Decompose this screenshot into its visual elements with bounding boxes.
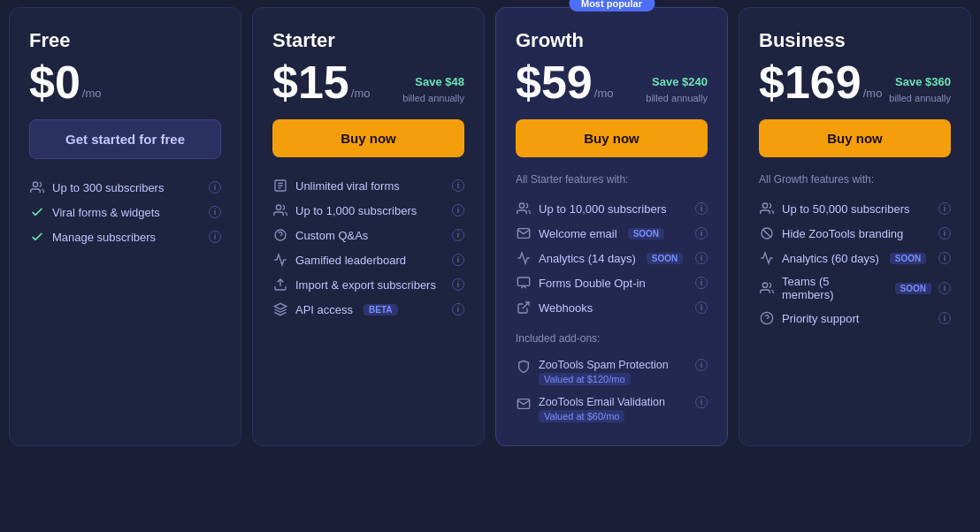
price-row: $15 /mo Save $48 billed annually [272, 59, 464, 105]
addon-info-icon[interactable]: i [695, 359, 708, 371]
feature-list: Up to 300 subscribers i Viral forms & wi… [29, 175, 221, 249]
addon-info-icon[interactable]: i [695, 396, 708, 408]
feature-item: Gamified leaderboard i [272, 247, 464, 272]
feature-list: Up to 50,000 subscribers i Hide ZooTools… [759, 196, 951, 331]
svg-point-7 [519, 203, 524, 208]
price-row: $0 /mo [29, 59, 221, 105]
info-icon[interactable]: i [938, 252, 951, 264]
info-icon[interactable]: i [938, 202, 951, 215]
addon-value: Valued at $120/mo [539, 373, 631, 385]
svg-point-0 [33, 182, 37, 186]
addon-section: Included add-ons: ZooTools Spam Protecti… [516, 332, 708, 428]
price-main: $169 /mo [759, 59, 882, 105]
save-amount: Save $48 [402, 73, 464, 91]
feature-badge: BETA [364, 304, 397, 315]
info-icon[interactable]: i [695, 301, 708, 314]
feature-icon-optin [516, 275, 532, 291]
feature-text: Analytics (60 days) [782, 252, 879, 265]
save-amount: Save $360 [889, 73, 951, 91]
feature-icon-support [759, 310, 775, 326]
feature-badge: SOON [647, 253, 683, 264]
addon-content: ZooTools Email Validation Valued at $60/… [539, 396, 665, 422]
feature-icon-check [29, 229, 45, 245]
info-icon[interactable]: i [695, 252, 708, 264]
price-main: $15 /mo [272, 59, 370, 105]
info-icon[interactable]: i [938, 227, 951, 239]
feature-text: Teams (5 members) [782, 275, 884, 301]
feature-icon-hide [759, 225, 775, 241]
feature-item: Hide ZooTools branding i [759, 221, 951, 246]
svg-point-13 [762, 283, 767, 287]
feature-item: Up to 300 subscribers i [29, 175, 221, 200]
cta-button[interactable]: Buy now [759, 119, 951, 157]
billed-label: billed annually [402, 91, 464, 106]
feature-text: Viral forms & widgets [52, 206, 160, 219]
info-icon[interactable]: i [209, 231, 221, 243]
feature-icon-teams [759, 280, 775, 296]
pricing-grid: Free $0 /mo Get started for free Up to 3… [0, 7, 980, 446]
price-amount: $0 [29, 59, 80, 105]
feature-icon-api [272, 301, 288, 317]
cta-button[interactable]: Get started for free [29, 119, 221, 159]
addon-header: Included add-ons: [516, 332, 708, 345]
feature-text: Custom Q&As [295, 229, 368, 242]
price-mo: /mo [863, 87, 883, 100]
price-mo: /mo [351, 87, 371, 100]
info-icon[interactable]: i [938, 282, 951, 294]
addon-text: ZooTools Email Validation [539, 396, 665, 408]
feature-item: Up to 1,000 subscribers i [272, 198, 464, 223]
svg-line-12 [762, 229, 770, 237]
info-icon[interactable]: i [938, 312, 951, 324]
cta-button[interactable]: Buy now [272, 119, 464, 157]
feature-icon-qa [272, 227, 288, 243]
info-icon[interactable]: i [452, 179, 464, 192]
feature-item: Up to 50,000 subscribers i [759, 196, 951, 221]
info-icon[interactable]: i [695, 202, 708, 215]
cta-button[interactable]: Buy now [516, 119, 708, 157]
info-icon[interactable]: i [452, 278, 464, 291]
info-icon[interactable]: i [452, 229, 464, 241]
info-icon[interactable]: i [452, 254, 464, 266]
feature-text: Up to 10,000 subscribers [539, 202, 667, 216]
info-icon[interactable]: i [695, 277, 708, 289]
feature-text: Import & export subscribers [295, 278, 436, 292]
feature-list: Up to 10,000 subscribers i Welcome email… [516, 196, 708, 320]
info-icon[interactable]: i [452, 303, 464, 315]
feature-item: Manage subscribers i [29, 224, 221, 249]
billed-label: billed annually [646, 91, 708, 106]
feature-icon-import [272, 277, 288, 293]
addon-content: ZooTools Spam Protection Valued at $120/… [539, 359, 669, 385]
billed-label: billed annually [889, 91, 951, 106]
price-save: Save $48 billed annually [402, 73, 464, 105]
price-amount: $15 [272, 59, 349, 105]
price-mo: /mo [594, 87, 614, 100]
feature-text: Unlimited viral forms [295, 179, 400, 193]
feature-badge: SOON [890, 253, 926, 264]
plan-card-business: Business $169 /mo Save $360 billed annua… [739, 7, 971, 446]
feature-text: Webhooks [539, 301, 593, 315]
price-main: $59 /mo [516, 59, 613, 105]
feature-text: Manage subscribers [52, 231, 156, 244]
feature-item: Up to 10,000 subscribers i [516, 196, 708, 221]
save-amount: Save $240 [646, 73, 708, 91]
feature-icon-check [29, 204, 45, 220]
feature-text: Up to 1,000 subscribers [295, 204, 417, 217]
feature-badge: SOON [628, 228, 664, 239]
info-icon[interactable]: i [209, 181, 221, 194]
feature-text: API access [295, 303, 353, 316]
feature-badge: SOON [895, 283, 931, 294]
addon-icon-email2 [516, 396, 532, 412]
info-icon[interactable]: i [452, 204, 464, 217]
info-icon[interactable]: i [209, 206, 221, 218]
feature-text: Up to 300 subscribers [52, 181, 164, 194]
price-mo: /mo [82, 87, 102, 100]
feature-item: Teams (5 members) SOON i [759, 270, 951, 306]
feature-text: Forms Double Opt-in [539, 277, 646, 290]
feature-text: Gamified leaderboard [295, 254, 406, 267]
price-row: $169 /mo Save $360 billed annually [759, 59, 951, 105]
price-main: $0 /mo [29, 59, 102, 105]
plan-name: Free [29, 29, 221, 52]
feature-item: Unlimited viral forms i [272, 173, 464, 198]
info-icon[interactable]: i [695, 227, 708, 239]
feature-item: Viral forms & widgets i [29, 200, 221, 224]
